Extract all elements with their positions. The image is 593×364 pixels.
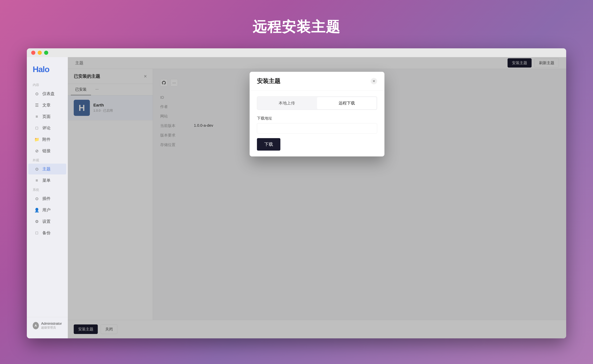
attachments-icon: 📁	[34, 137, 40, 142]
logo-text: Halo	[33, 65, 49, 74]
sidebar-item-plugins[interactable]: ⊙ 插件	[28, 193, 66, 204]
sidebar-item-articles[interactable]: ☰ 文章	[28, 100, 66, 110]
sidebar-user: A Administrator 超级管理员	[33, 322, 62, 330]
sidebar-item-label: 设置	[42, 219, 51, 224]
sidebar-section-system: 系统	[27, 186, 68, 193]
sidebar-item-comments[interactable]: □ 评论	[28, 123, 66, 133]
sidebar-item-label: 用户	[42, 207, 51, 213]
close-button[interactable]	[31, 51, 35, 55]
sidebar-item-label: 菜单	[42, 178, 51, 183]
username: Administrator	[41, 322, 62, 326]
sidebar-item-label: 附件	[42, 137, 51, 142]
title-bar	[27, 48, 566, 57]
modal-close-button[interactable]: ×	[371, 78, 377, 84]
pages-icon: ≡	[34, 114, 40, 119]
maximize-button[interactable]	[44, 51, 48, 55]
sidebar-item-backup[interactable]: □ 备份	[28, 228, 66, 238]
sidebar-item-themes[interactable]: ⊙ 主题	[28, 164, 66, 175]
page-title: 远程安装主题	[252, 18, 341, 37]
themes-icon: ⊙	[34, 166, 40, 172]
sidebar-section-content: 内容	[27, 81, 68, 88]
sidebar-item-label: 评论	[42, 125, 51, 131]
traffic-lights	[31, 51, 48, 55]
sidebar-item-label: 链接	[42, 148, 51, 154]
user-role: 超级管理员	[41, 326, 62, 330]
sidebar-item-pages[interactable]: ≡ 页面	[28, 111, 66, 122]
modal-header: 安装主题 ×	[250, 72, 384, 91]
sidebar-item-label: 仪表盘	[42, 91, 55, 97]
sidebar-item-label: 插件	[42, 196, 51, 202]
sidebar-item-settings[interactable]: ⚙ 设置	[28, 216, 66, 227]
content-area: 主题 安装主题 刷新主题 已安装的主题 × 已安装 ···	[68, 57, 566, 338]
sidebar-item-attachments[interactable]: 📁 附件	[28, 134, 66, 145]
modal-tabs: 本地上传 远程下载	[257, 96, 377, 110]
sidebar-item-label: 文章	[42, 102, 51, 108]
sidebar-item-dashboard[interactable]: ⊙ 仪表盘	[28, 88, 66, 99]
sidebar-footer: A Administrator 超级管理员	[27, 317, 68, 334]
dashboard-icon: ⊙	[34, 91, 40, 96]
sidebar-logo: Halo	[27, 62, 68, 77]
sidebar-item-label: 备份	[42, 230, 51, 236]
sidebar-item-label: 主题	[42, 166, 51, 172]
articles-icon: ☰	[34, 103, 40, 108]
sidebar-item-menus[interactable]: ≡ 菜单	[28, 175, 66, 186]
url-input[interactable]	[257, 123, 377, 133]
links-icon: ⊘	[34, 148, 40, 154]
modal-overlay[interactable]: 安装主题 × 本地上传 远程下载 下载地址 下载	[68, 57, 566, 338]
modal-title: 安装主题	[257, 77, 280, 85]
sidebar-item-users[interactable]: 👤 用户	[28, 205, 66, 215]
download-button[interactable]: 下载	[257, 138, 280, 150]
tab-remote-download[interactable]: 远程下载	[317, 97, 376, 109]
sidebar-item-links[interactable]: ⊘ 链接	[28, 145, 66, 156]
modal-body: 本地上传 远程下载 下载地址 下载	[250, 91, 384, 156]
comments-icon: □	[34, 125, 40, 131]
avatar: A	[33, 322, 39, 329]
minimize-button[interactable]	[38, 51, 42, 55]
users-icon: 👤	[34, 208, 40, 213]
app-window: Halo 内容 ⊙ 仪表盘 ☰ 文章 ≡ 页面 □ 评论 📁 附件	[27, 48, 566, 338]
url-label: 下载地址	[257, 116, 377, 121]
sidebar: Halo 内容 ⊙ 仪表盘 ☰ 文章 ≡ 页面 □ 评论 📁 附件	[27, 57, 68, 338]
sidebar-item-label: 页面	[42, 114, 51, 119]
tab-local-upload[interactable]: 本地上传	[257, 97, 316, 110]
settings-icon: ⚙	[34, 219, 40, 224]
app-body: Halo 内容 ⊙ 仪表盘 ☰ 文章 ≡ 页面 □ 评论 📁 附件	[27, 57, 566, 338]
plugins-icon: ⊙	[34, 196, 40, 201]
sidebar-section-appearance: 外观	[27, 156, 68, 163]
backup-icon: □	[34, 230, 40, 235]
menus-icon: ≡	[34, 178, 40, 183]
install-theme-modal: 安装主题 × 本地上传 远程下载 下载地址 下载	[250, 72, 384, 156]
